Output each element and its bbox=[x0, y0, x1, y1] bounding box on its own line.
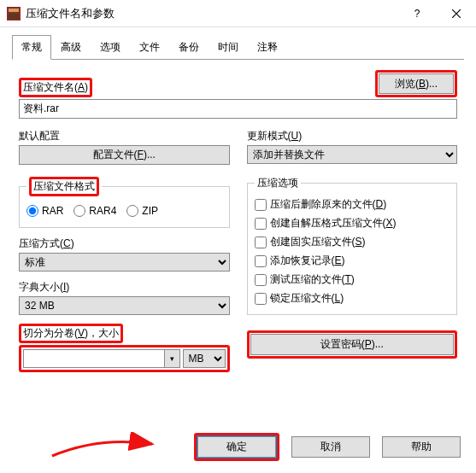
close-button[interactable] bbox=[437, 0, 476, 26]
format-group: 压缩文件格式 RAR RAR4 ZIP bbox=[19, 177, 230, 228]
svg-rect-2 bbox=[9, 14, 19, 19]
method-select[interactable]: 标准 bbox=[19, 253, 230, 272]
split-label: 切分为分卷(V)，大小 bbox=[19, 324, 123, 343]
password-button[interactable]: 设置密码(P)... bbox=[250, 334, 455, 355]
opt-solid[interactable]: 创建固实压缩文件(S) bbox=[255, 235, 450, 249]
options-legend: 压缩选项 bbox=[255, 176, 301, 190]
archive-name-input[interactable] bbox=[19, 99, 457, 119]
tab-files[interactable]: 文件 bbox=[130, 35, 169, 60]
format-rar4[interactable]: RAR4 bbox=[73, 205, 116, 217]
opt-recovery[interactable]: 添加恢复记录(E) bbox=[255, 254, 450, 268]
opt-test[interactable]: 测试压缩的文件(T) bbox=[255, 272, 450, 287]
svg-rect-1 bbox=[9, 9, 19, 12]
update-label: 更新模式(U) bbox=[247, 129, 303, 143]
help-button[interactable]: ? bbox=[397, 0, 437, 26]
update-select[interactable]: 添加并替换文件 bbox=[247, 145, 458, 164]
profile-button[interactable]: 配置文件(F)... bbox=[19, 145, 230, 165]
tabs: 常规 高级 选项 文件 备份 时间 注释 bbox=[12, 34, 464, 60]
method-label: 压缩方式(C) bbox=[19, 236, 74, 251]
dialog-buttons: 确定 取消 帮助 bbox=[194, 433, 461, 461]
annotation-arrow bbox=[48, 432, 159, 463]
app-icon bbox=[7, 7, 21, 20]
ok-button[interactable]: 确定 bbox=[197, 436, 276, 458]
dropdown-icon[interactable]: ▾ bbox=[164, 350, 179, 367]
tab-time[interactable]: 时间 bbox=[209, 35, 248, 60]
opt-lock[interactable]: 锁定压缩文件(L) bbox=[255, 291, 450, 306]
opt-sfx[interactable]: 创建自解压格式压缩文件(X) bbox=[255, 216, 450, 231]
profile-label: 默认配置 bbox=[19, 129, 60, 143]
archive-name-label: 压缩文件名(A) bbox=[19, 78, 92, 97]
tab-backup[interactable]: 备份 bbox=[169, 35, 209, 60]
tab-general[interactable]: 常规 bbox=[12, 35, 51, 60]
format-zip[interactable]: ZIP bbox=[126, 205, 158, 217]
split-unit-select[interactable]: MB bbox=[183, 349, 226, 368]
browse-button[interactable]: 浏览(B)... bbox=[379, 73, 454, 94]
split-size-input[interactable] bbox=[23, 349, 180, 368]
options-group: 压缩选项 压缩后删除原来的文件(D) 创建自解压格式压缩文件(X) 创建固实压缩… bbox=[247, 176, 458, 315]
window-title: 压缩文件名和参数 bbox=[26, 6, 397, 21]
opt-delete[interactable]: 压缩后删除原来的文件(D) bbox=[255, 197, 450, 212]
dict-select[interactable]: 32 MB bbox=[19, 296, 230, 315]
dict-label: 字典大小(I) bbox=[19, 280, 69, 295]
cancel-button[interactable]: 取消 bbox=[291, 436, 370, 458]
format-legend: 压缩文件格式 bbox=[29, 177, 99, 196]
tab-advanced[interactable]: 高级 bbox=[51, 35, 91, 60]
help-button-bottom[interactable]: 帮助 bbox=[382, 436, 461, 458]
tab-comment[interactable]: 注释 bbox=[248, 35, 287, 60]
titlebar: 压缩文件名和参数 ? bbox=[0, 0, 476, 27]
tab-options[interactable]: 选项 bbox=[91, 35, 130, 60]
format-rar[interactable]: RAR bbox=[26, 205, 63, 217]
